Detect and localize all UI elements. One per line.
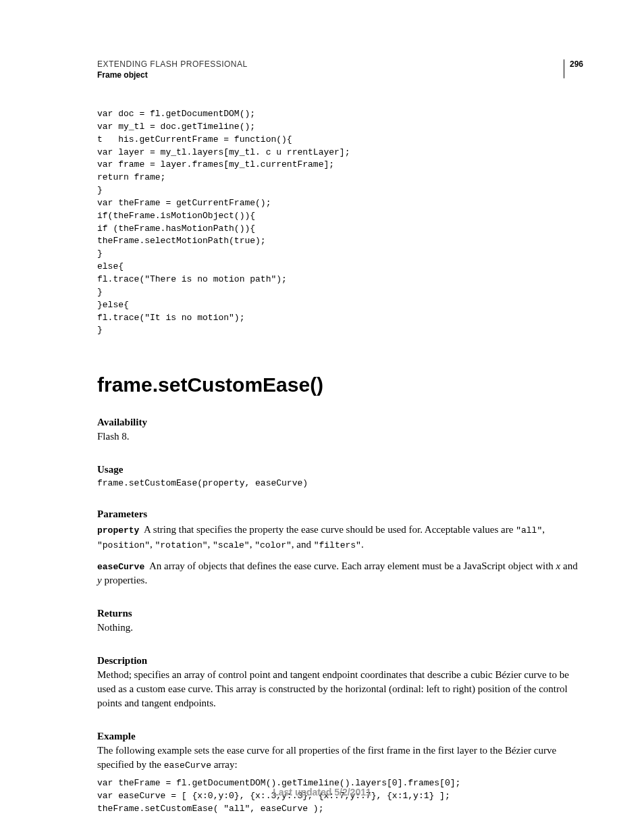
example-text-code: easeCurve — [164, 760, 211, 771]
header-section: Frame object — [97, 70, 564, 80]
parameter-property: property A string that specifies the pro… — [97, 523, 583, 552]
example-text-post: array: — [211, 759, 238, 770]
param-name-easecurve: easeCurve — [97, 562, 144, 572]
method-heading: frame.setCustomEase() — [97, 373, 583, 396]
param-name-property: property — [97, 525, 139, 536]
availability-label: Availability — [97, 417, 583, 428]
param-val-scale: "scale" — [213, 540, 250, 550]
example-label: Example — [97, 731, 583, 742]
returns-text: Nothing. — [97, 621, 583, 635]
example-text: The following example sets the ease curv… — [97, 744, 583, 772]
returns-label: Returns — [97, 608, 583, 619]
description-text: Method; specifies an array of control po… — [97, 668, 583, 710]
parameters-label: Parameters — [97, 509, 583, 520]
param-property-desc: A string that specifies the property the… — [144, 524, 516, 535]
page-number: 296 — [564, 59, 583, 78]
param-val-position: "position" — [97, 540, 150, 550]
param-y: y — [97, 575, 102, 585]
page-container: EXTENDING FLASH PROFESSIONAL Frame objec… — [0, 0, 644, 834]
param-easecurve-pre: An array of objects that defines the eas… — [149, 561, 556, 571]
param-val-all: "all" — [516, 525, 542, 536]
usage-code: frame.setCustomEase(property, easeCurve) — [97, 478, 583, 488]
param-and: , and — [292, 539, 314, 550]
code-block-top: var doc = fl.getDocumentDOM(); var my_tl… — [97, 108, 583, 337]
usage-label: Usage — [97, 464, 583, 475]
description-label: Description — [97, 655, 583, 667]
page-header: EXTENDING FLASH PROFESSIONAL Frame objec… — [97, 59, 583, 80]
parameter-easecurve: easeCurve An array of objects that defin… — [97, 559, 583, 588]
param-val-filters: "filters" — [314, 540, 361, 550]
param-easecurve-post: properties. — [102, 575, 147, 585]
param-val-color: "color" — [254, 540, 292, 550]
param-mid: and — [560, 561, 577, 571]
page-footer: Last updated 5/2/2011 — [0, 787, 644, 798]
header-left: EXTENDING FLASH PROFESSIONAL Frame objec… — [97, 59, 564, 80]
header-title: EXTENDING FLASH PROFESSIONAL — [97, 59, 564, 69]
param-val-rotation: "rotation" — [155, 540, 208, 550]
availability-text: Flash 8. — [97, 429, 583, 444]
